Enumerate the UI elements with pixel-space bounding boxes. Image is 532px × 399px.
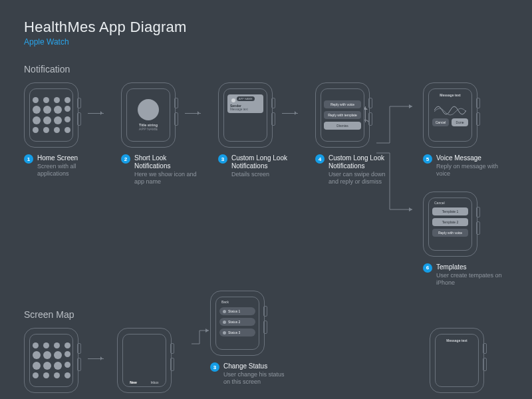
step-title: Custom Long Look Notifications [231, 154, 297, 170]
watch-screen-actions: Reply with voice Reply with template Dis… [321, 88, 364, 142]
watch-screen-voice: Message text Cancel Done [428, 88, 472, 142]
step-templates: Cancel Template 1 Template 2 Reply with … [423, 192, 508, 287]
step-long-look-details: APP NAME Sender Message text 3 Custom Lo… [218, 82, 297, 178]
step-title: Custom Long Look Notifications [329, 154, 394, 170]
watch-frame [24, 82, 78, 148]
reply-voice-button[interactable]: Reply with voice [324, 100, 361, 108]
message-text-label: Message text [440, 93, 460, 97]
status-1-row[interactable]: Status 1 [219, 307, 255, 315]
step-badge: 1 [24, 154, 33, 164]
step-desc: Reply on message with voice [436, 163, 508, 178]
screenmap-step-right: Message text [430, 328, 508, 399]
watch-frame: Back Status 1 Status 2 Status 3 [210, 291, 265, 356]
step-desc: Details screen [231, 171, 297, 178]
status-2-row[interactable]: Status 2 [219, 318, 255, 326]
status-3-row[interactable]: Status 3 [219, 329, 255, 336]
step-title: Home Screen [37, 154, 102, 162]
step-badge: 3 [218, 154, 227, 164]
step-badge: 3 [210, 362, 219, 372]
watch-screen-templates: Cancel Template 1 Template 2 Reply with … [428, 198, 472, 251]
page-subtitle: Apple Watch [24, 37, 508, 47]
dismiss-button[interactable]: Dismiss [324, 122, 361, 130]
page-title: HealthMes App Diagram [24, 19, 508, 36]
watch-screen-status: Back Status 1 Status 2 Status 3 [215, 297, 259, 350]
watch-screen-shortlook: Title string APP NAME [126, 88, 170, 142]
watch-frame: Title string APP NAME [121, 82, 176, 148]
message-text-label: Message text [446, 338, 467, 342]
screenmap-step-tabs: New Inbox [117, 328, 192, 399]
step-badge: 2 [121, 154, 130, 164]
step-title: Voice Message [436, 154, 508, 162]
watch-screen-apps [29, 334, 73, 387]
step-title: Short Look Notifications [134, 154, 200, 170]
tab-inbox[interactable]: Inbox [150, 380, 158, 384]
back-label[interactable]: Back [221, 300, 229, 304]
watch-frame: Reply with voice Reply with template Dis… [315, 82, 370, 148]
step-badge: 4 [315, 154, 325, 164]
watch-screen-apps [29, 88, 73, 142]
cancel-label[interactable]: Cancel [434, 201, 445, 205]
branch-column: Message text Cancel Done 5 Voice Message… [423, 82, 508, 287]
step-title: Change Status [223, 362, 289, 370]
tab-new[interactable]: New [130, 380, 136, 384]
watch-frame: Message text Cancel Done [423, 82, 477, 148]
arrow-up-to-status [192, 331, 211, 350]
watch-frame: Cancel Template 1 Template 2 Reply with … [423, 192, 477, 257]
step-desc: User change his status on this screen [223, 371, 289, 386]
step-desc: User can swipe down and reply or dismiss [329, 171, 394, 186]
watch-screen-tabs: New Inbox [122, 334, 166, 387]
app-name-pill: APP NAME [237, 96, 255, 101]
screenmap-step-change-status: Back Status 1 Status 2 Status 3 3 Change… [210, 291, 289, 386]
step-desc: Here we show icon and app name [134, 171, 200, 186]
step-voice-message: Message text Cancel Done 5 Voice Message… [423, 82, 508, 178]
step-badge: 6 [423, 263, 432, 273]
watch-screen-message: Message text [435, 334, 479, 387]
step-desc: Screen with all applications [37, 163, 102, 178]
reply-template-button[interactable]: Reply with template [324, 111, 361, 119]
done-button[interactable]: Done [452, 118, 468, 126]
watch-frame: Message text [430, 328, 484, 393]
template-1-button[interactable]: Template 1 [432, 207, 468, 215]
step-short-look: Title string APP NAME 2 Short Look Notif… [121, 82, 200, 186]
message-text-label: Message text [230, 108, 261, 111]
watch-frame [24, 328, 78, 393]
step-desc: User create tempates on iPhone [436, 272, 508, 287]
cancel-button[interactable]: Cancel [432, 118, 449, 126]
step-title: Templates [436, 263, 508, 271]
watch-frame: New Inbox [117, 328, 172, 393]
app-icon-placeholder [138, 99, 159, 120]
step-home-screen: 1 Home Screen Screen with all applicatio… [24, 82, 102, 178]
screenmap-row: New Inbox Back Status 1 Status 2 Status … [24, 328, 508, 399]
app-icon-dot [231, 98, 235, 102]
watch-frame: APP NAME Sender Message text [218, 82, 273, 148]
reply-voice-button[interactable]: Reply with voice [432, 229, 468, 237]
template-2-button[interactable]: Template 2 [432, 218, 468, 226]
waveform-icon [434, 101, 466, 116]
section-notification-title: Notification [24, 64, 508, 74]
app-name-label: APP NAME [139, 127, 158, 131]
screenmap-step-home [24, 328, 98, 399]
step-badge: 5 [423, 154, 432, 164]
notification-row: 1 Home Screen Screen with all applicatio… [24, 82, 508, 287]
watch-screen-longlook: APP NAME Sender Message text [223, 88, 267, 142]
step-long-look-actions: Reply with voice Reply with template Dis… [315, 82, 394, 186]
